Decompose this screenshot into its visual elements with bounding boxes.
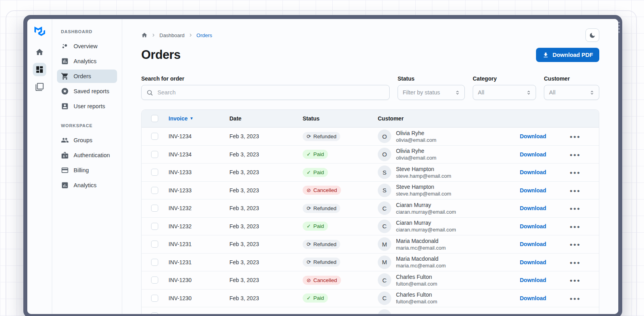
row-checkbox[interactable] — [151, 241, 158, 248]
sidebar-item-label: Billing — [74, 167, 89, 173]
row-checkbox[interactable] — [151, 312, 158, 314]
table-row: INV-1230Feb 3, 2023✓PaidCCharles Fultonf… — [142, 290, 599, 308]
app-window: DASHBOARDOverviewAnalyticsOrdersSaved re… — [23, 15, 622, 316]
download-link[interactable]: Download — [520, 241, 546, 247]
orders-table: Invoice ▼ Date Status Customer INV-1234F… — [141, 109, 599, 314]
customer-email: fulton@email.com — [396, 298, 437, 305]
status-neutral-icon: ⟳ — [307, 260, 311, 265]
scrollbar-thumb[interactable] — [618, 22, 620, 33]
customer-email: steve.hamp@email.com — [396, 173, 451, 179]
download-pdf-button[interactable]: Download PDF — [536, 48, 599, 62]
customer-select[interactable]: All — [544, 85, 599, 100]
select-all-checkbox[interactable] — [151, 115, 158, 122]
status-chip: ✓Paid — [303, 293, 328, 303]
avatar: S — [378, 166, 391, 179]
download-link[interactable]: Download — [520, 187, 546, 194]
column-header-customer: Customer — [378, 115, 520, 122]
customer-email: steve.hamp@email.com — [396, 190, 451, 197]
row-checkbox[interactable] — [151, 187, 158, 194]
avatar: C — [378, 220, 391, 233]
home-icon[interactable] — [33, 45, 46, 59]
customer-name: Charles Fulton — [396, 291, 437, 298]
download-link[interactable]: Download — [520, 259, 546, 265]
moon-icon — [589, 32, 596, 39]
breadcrumb-dashboard[interactable]: Dashboard — [159, 32, 185, 38]
row-menu-button[interactable]: ●●● — [564, 260, 581, 265]
status-chip: ✓Paid — [303, 168, 328, 177]
nav-section-label: DASHBOARD — [61, 29, 113, 34]
download-link[interactable]: Download — [520, 133, 546, 139]
desktop-background: DASHBOARDOverviewAnalyticsOrdersSaved re… — [0, 0, 644, 316]
row-checkbox[interactable] — [151, 169, 158, 176]
status-cell: ⟳Refunded — [303, 132, 378, 141]
row-menu-button[interactable]: ●●● — [564, 278, 581, 283]
sidebar-item-analytics[interactable]: Analytics — [57, 179, 117, 192]
customer-name: Steve Hampton — [396, 183, 451, 190]
row-checkbox[interactable] — [151, 205, 158, 212]
avatar: S — [378, 184, 391, 197]
status-select[interactable]: Filter by status — [398, 85, 465, 100]
sidebar-item-overview[interactable]: Overview — [57, 40, 117, 53]
sidebar-item-saved-reports[interactable]: Saved reports — [57, 85, 117, 98]
main-content: Dashboard Orders Orders — [122, 19, 618, 314]
bar-chart-icon — [61, 181, 69, 189]
sidebar-item-billing[interactable]: Billing — [57, 164, 117, 177]
status-danger-icon: ⊘ — [307, 278, 311, 283]
customer-email: olivia@email.com — [396, 154, 436, 161]
sidebar-item-orders[interactable]: Orders — [57, 70, 117, 83]
download-link[interactable]: Download — [520, 151, 546, 158]
sidebar-item-user-reports[interactable]: User reports — [57, 100, 117, 113]
dark-mode-toggle-button[interactable] — [585, 28, 599, 42]
select-value: All — [478, 89, 484, 96]
column-header-invoice[interactable]: Invoice ▼ — [166, 115, 229, 122]
avatar: C — [378, 292, 391, 305]
row-menu-button[interactable]: ●●● — [564, 170, 581, 175]
search-input[interactable] — [157, 89, 385, 96]
row-checkbox[interactable] — [151, 133, 158, 140]
date-cell: Feb 3, 2023 — [229, 295, 303, 301]
category-filter: CategoryAll — [473, 75, 536, 100]
download-link[interactable]: Download — [520, 277, 546, 283]
breadcrumb-orders[interactable]: Orders — [197, 32, 212, 38]
row-checkbox[interactable] — [151, 223, 158, 230]
column-header-status: Status — [303, 115, 378, 122]
row-menu-button[interactable]: ●●● — [564, 152, 581, 158]
row-menu-button[interactable]: ●●● — [564, 296, 581, 301]
sidebar-item-groups[interactable]: Groups — [57, 134, 117, 147]
row-checkbox[interactable] — [151, 276, 158, 284]
sidebar-item-authentication[interactable]: Authentication — [57, 149, 117, 162]
row-menu-button[interactable]: ●●● — [564, 206, 581, 211]
date-cell: Feb 3, 2023 — [229, 241, 303, 247]
download-link[interactable]: Download — [520, 295, 546, 301]
category-select[interactable]: All — [473, 85, 536, 100]
status-success-icon: ✓ — [307, 224, 311, 229]
row-checkbox[interactable] — [151, 295, 158, 302]
download-link[interactable]: Download — [520, 223, 546, 229]
date-cell: Feb 3, 2023 — [229, 151, 303, 158]
status-chip: ✓Paid — [303, 150, 328, 159]
sidebar-item-label: User reports — [74, 103, 105, 109]
status-neutral-icon: ⟳ — [307, 242, 311, 247]
download-link[interactable]: Download — [520, 205, 546, 211]
select-value: All — [549, 89, 555, 96]
row-menu-button[interactable]: ●●● — [564, 134, 581, 139]
row-checkbox[interactable] — [151, 259, 158, 266]
badge-icon — [61, 151, 69, 159]
download-link[interactable]: Download — [520, 169, 546, 175]
sidebar-item-label: Orders — [74, 73, 91, 79]
row-menu-button[interactable]: ●●● — [564, 224, 581, 229]
customer-email: maria.mc@email.com — [396, 262, 446, 269]
row-menu-button[interactable]: ●●● — [564, 188, 581, 194]
analytics-chart-icon — [61, 57, 69, 65]
layers-icon[interactable] — [33, 80, 46, 94]
select-updown-icon — [455, 90, 460, 96]
filter-label: Customer — [544, 75, 599, 82]
dashboard-icon[interactable] — [33, 63, 46, 76]
customer-email: ciaran.murray@email.com — [396, 226, 456, 233]
invoice-cell: INV-1234 — [166, 133, 229, 139]
customer-cell: OOlivia Ryheolivia@email.com — [378, 147, 520, 161]
row-checkbox[interactable] — [151, 151, 158, 158]
breadcrumb-home-icon[interactable] — [141, 32, 148, 38]
row-menu-button[interactable]: ●●● — [564, 242, 581, 247]
sidebar-item-analytics[interactable]: Analytics — [57, 55, 117, 68]
